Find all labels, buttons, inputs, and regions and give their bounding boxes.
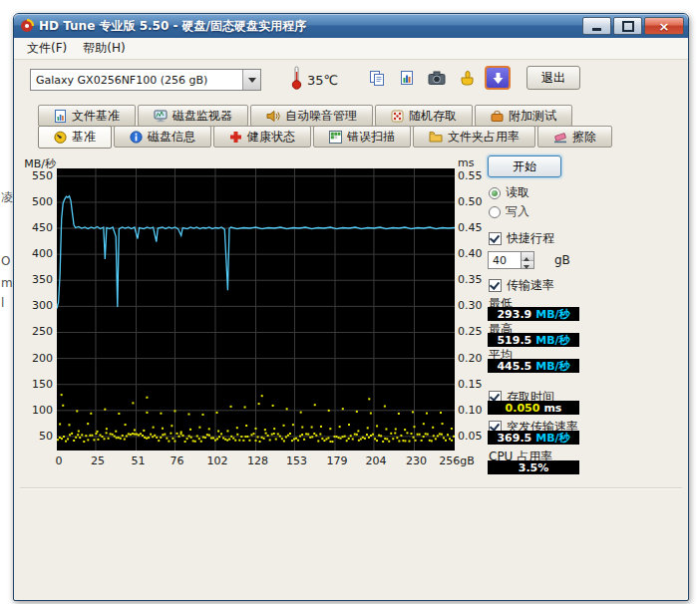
tab-label: 健康状态 xyxy=(247,129,295,146)
short-stroke-size: 40 gB xyxy=(488,251,570,269)
copy-text-button[interactable] xyxy=(365,66,389,90)
tab-error-scan[interactable]: 错误扫描 xyxy=(313,126,411,148)
checkbox-checked-icon[interactable] xyxy=(489,232,502,245)
spin-up-button[interactable] xyxy=(522,252,533,261)
y-axis-left-tick-label: 250 xyxy=(16,325,53,338)
tab-label: 文件夹占用率 xyxy=(448,129,520,146)
y-axis-left-tick-label: 50 xyxy=(16,430,53,443)
window-controls: × xyxy=(580,17,684,35)
benchmark-controls-panel: 开始 读取 写入 快捷行程 40 gB 传输速率 最低 293.9MB xyxy=(487,153,684,484)
temperature-label: 35℃ xyxy=(307,73,338,88)
tab-file-benchmark[interactable]: 文件基准 xyxy=(38,105,136,127)
maximize-button[interactable] xyxy=(613,17,642,35)
device-select-value: Galaxy GX0256NF100 (256 gB) xyxy=(31,74,242,87)
exit-button[interactable]: 退出 xyxy=(526,66,580,90)
tab-extra-tests[interactable]: 附加测试 xyxy=(475,105,572,127)
hand-icon xyxy=(459,70,476,87)
max-value: 519.5MB/秒 xyxy=(488,333,579,347)
tab-label: 附加测试 xyxy=(509,108,556,125)
menu-bar: 文件(F)帮助(H) xyxy=(14,38,688,60)
desktop: { "background": { "fragments": [ {"text"… xyxy=(0,0,700,604)
short-stroke-size-input[interactable]: 40 xyxy=(488,251,522,269)
tab-disk-info[interactable]: 磁盘信息 xyxy=(114,126,211,148)
tab-disk-monitor[interactable]: 磁盘监视器 xyxy=(138,105,248,127)
chevron-down-icon xyxy=(248,78,256,87)
tab-label: 磁盘信息 xyxy=(148,129,195,146)
x-axis-tick-label: 128 xyxy=(236,454,280,467)
tab-erase[interactable]: 擦除 xyxy=(537,126,612,148)
menu-item-file[interactable]: 文件(F) xyxy=(19,38,75,59)
x-axis-tick-label: 76 xyxy=(155,454,198,467)
short-stroke-label: 快捷行程 xyxy=(507,230,554,247)
copy-image-button[interactable] xyxy=(395,66,419,90)
tab-label: 基准 xyxy=(72,129,96,146)
update-button[interactable] xyxy=(485,66,511,90)
x-axis-tick-label: 179 xyxy=(315,454,359,467)
tab-label: 随机存取 xyxy=(409,108,457,125)
close-button[interactable]: × xyxy=(644,17,684,35)
tab-benchmark[interactable]: 基准 xyxy=(38,126,112,149)
benchmark-icon xyxy=(54,131,67,144)
transfer-rate-checkbox[interactable]: 传输速率 xyxy=(489,277,554,294)
tab-health[interactable]: 健康状态 xyxy=(213,126,311,148)
random-access-icon xyxy=(391,110,404,123)
extra-tests-icon xyxy=(491,110,504,123)
minimize-button[interactable] xyxy=(582,17,611,35)
read-radio-label: 读取 xyxy=(506,184,529,201)
title-bar: HD Tune 专业版 5.50 - 硬盘/固态硬盘实用程序 × xyxy=(14,14,688,38)
write-radio[interactable]: 写入 xyxy=(489,203,529,220)
screenshot-button[interactable] xyxy=(425,66,449,90)
health-icon xyxy=(229,131,242,144)
tab-row-bottom: 基准磁盘信息健康状态错误扫描文件夹占用率擦除 xyxy=(38,126,612,149)
short-stroke-size-value: 40 xyxy=(493,254,507,267)
tab-label: 磁盘监视器 xyxy=(173,108,232,125)
y-axis-left-tick-label: 100 xyxy=(16,404,53,417)
short-stroke-spinner xyxy=(522,251,534,269)
y-axis-left-tick-label: 200 xyxy=(16,352,53,365)
window-title: HD Tune 专业版 5.50 - 硬盘/固态硬盘实用程序 xyxy=(39,18,580,35)
short-stroke-checkbox[interactable]: 快捷行程 xyxy=(489,230,554,247)
tab-label: 自动噪音管理 xyxy=(285,108,357,125)
radio-unselected-icon[interactable] xyxy=(489,206,501,218)
copy-image-icon xyxy=(399,70,416,87)
benchmark-plot-area xyxy=(57,168,455,451)
spin-down-button[interactable] xyxy=(522,261,533,269)
checkbox-checked-icon[interactable] xyxy=(489,279,502,292)
benchmark-plot-svg xyxy=(57,168,455,451)
donate-button[interactable] xyxy=(455,66,479,90)
disk-monitor-icon xyxy=(154,110,168,123)
tab-folder-usage[interactable]: 文件夹占用率 xyxy=(413,126,535,148)
min-value: 293.9MB/秒 xyxy=(488,307,579,321)
avg-value: 445.5MB/秒 xyxy=(488,359,579,373)
minimize-icon xyxy=(592,28,601,31)
access-time-value: 0.050ms xyxy=(488,401,579,415)
read-radio[interactable]: 读取 xyxy=(489,184,529,201)
start-button[interactable]: 开始 xyxy=(488,155,561,177)
menu-item-help[interactable]: 帮助(H) xyxy=(75,38,133,59)
x-axis-tick-label: 153 xyxy=(274,454,318,467)
radio-selected-icon[interactable] xyxy=(489,187,501,199)
y-axis-left-tick-label: 150 xyxy=(16,378,53,391)
device-select-dropdown-button[interactable] xyxy=(242,70,260,90)
tab-label: 擦除 xyxy=(572,129,596,146)
benchmark-chart: MB/秒 ms 5500.555000.504500.454000.403500… xyxy=(16,154,493,483)
tab-label: 文件基准 xyxy=(72,108,120,125)
x-axis-tick-label: 256gB xyxy=(435,454,479,467)
x-axis-tick-label: 204 xyxy=(354,454,398,467)
y-axis-left-tick-label: 450 xyxy=(16,221,53,234)
tab-label: 错误扫描 xyxy=(347,129,395,146)
tab-auto-acoustic-management[interactable]: 自动噪音管理 xyxy=(250,105,373,127)
camera-icon xyxy=(428,70,447,86)
burst-rate-value: 369.5MB/秒 xyxy=(488,431,579,445)
app-icon xyxy=(20,19,34,33)
device-select[interactable]: Galaxy GX0256NF100 (256 gB) xyxy=(30,69,261,91)
tab-random-access[interactable]: 随机存取 xyxy=(375,105,473,127)
y-axis-right-unit: ms xyxy=(458,156,474,169)
write-radio-label: 写入 xyxy=(506,203,529,220)
erase-icon xyxy=(553,131,567,144)
noise-management-icon xyxy=(266,110,280,123)
x-axis-tick-label: 102 xyxy=(195,454,239,467)
file-benchmark-icon xyxy=(54,110,67,123)
folder-usage-icon xyxy=(429,131,443,143)
maximize-icon xyxy=(622,21,634,32)
